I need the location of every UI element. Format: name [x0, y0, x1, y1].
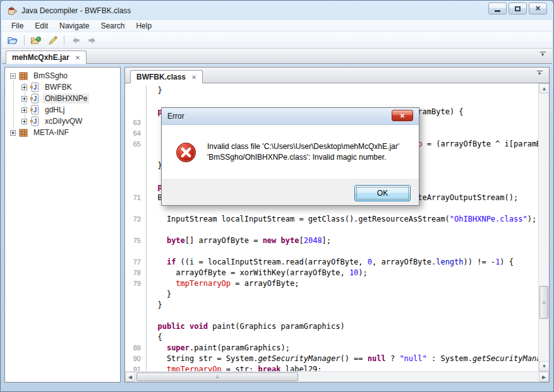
line-number — [125, 311, 147, 321]
jar-tab-label: mehMcQxhE.jar — [12, 53, 69, 62]
scroll-left-icon[interactable]: ◀ — [125, 372, 135, 382]
class-icon: J — [30, 116, 40, 126]
vertical-scrollbar[interactable]: ▲ ≡ ▼ — [538, 83, 549, 371]
code-line — [125, 225, 538, 235]
forward-arrow-icon — [87, 35, 97, 45]
tree-item-BWFBK[interactable]: JBWFBK — [6, 81, 119, 93]
toolbar-separator — [24, 35, 25, 45]
tab-class[interactable]: BWFBK.class ✕ — [130, 70, 203, 83]
line-number: 90 — [125, 353, 147, 364]
dialog-footer: OK — [162, 179, 419, 206]
jar-tab-bar: mehMcQxhE.jar ✕ ▼ — [2, 49, 552, 64]
maximize-button[interactable] — [509, 3, 527, 15]
tree-item-label: META-INF — [32, 128, 71, 138]
search-pen-icon — [47, 35, 58, 45]
class-tab-close-icon[interactable]: ✕ — [191, 74, 196, 81]
search-button[interactable] — [45, 33, 60, 47]
menu-navigate[interactable]: Navigate — [54, 20, 95, 32]
tree-item-label: BmSSgho — [32, 71, 69, 81]
hscroll-track[interactable]: ≡ — [135, 372, 539, 382]
menu-file[interactable]: File — [6, 20, 29, 32]
open-all-outlines-button[interactable] — [28, 33, 44, 47]
menu-search[interactable]: Search — [95, 20, 130, 32]
hscroll-thumb[interactable]: ≡ — [136, 372, 298, 381]
line-number: 65 — [125, 139, 147, 150]
vscroll-thumb[interactable]: ≡ — [539, 286, 548, 319]
code-line: 90 String str = System.getSecurityManage… — [125, 353, 538, 364]
window-controls: ✕ — [488, 3, 547, 15]
menu-help[interactable]: Help — [130, 20, 157, 32]
scroll-down-icon[interactable]: ▼ — [539, 361, 549, 371]
tree-item-xcDiIyvQW[interactable]: JxcDiIyvQW — [6, 116, 119, 127]
tree-item-BmSSgho[interactable]: BmSSgho — [6, 70, 119, 81]
code-text — [147, 311, 538, 321]
back-button[interactable] — [68, 33, 83, 47]
close-button[interactable]: ✕ — [529, 3, 547, 15]
open-file-button[interactable] — [5, 33, 20, 47]
svg-text:J: J — [33, 84, 37, 91]
tree-item-META-INF[interactable]: META-INF — [6, 127, 119, 138]
svg-text:J: J — [33, 118, 37, 125]
vscroll-track[interactable]: ≡ — [539, 93, 549, 361]
line-number — [125, 225, 147, 235]
tree-item-label: BWFBK — [43, 82, 74, 92]
code-text: InputStream localInputStream = getClass(… — [147, 214, 538, 225]
close-icon: ✕ — [400, 112, 405, 119]
error-circle-x-icon — [176, 142, 196, 163]
line-number: 77 — [125, 257, 147, 268]
code-line: public void paint(Graphics paramGraphics… — [125, 321, 538, 332]
scroll-up-icon[interactable]: ▲ — [539, 83, 549, 93]
expand-icon[interactable] — [10, 130, 16, 136]
horizontal-scrollbar[interactable]: ◀ ≡ ▶ — [125, 371, 549, 382]
line-number: 73 — [125, 214, 147, 225]
tree-item-OhIBHXNPe[interactable]: JOhIBHXNPe — [6, 93, 119, 104]
expand-icon[interactable] — [21, 96, 27, 102]
tree-item-label: gdHLj — [43, 105, 66, 115]
expand-icon[interactable] — [21, 119, 27, 124]
code-text: super.paint(paramGraphics); — [147, 343, 538, 353]
forward-button[interactable] — [85, 33, 100, 47]
code-text: arrayOfByte = xorWithKey(arrayOfByte, 10… — [147, 268, 538, 278]
code-line: } — [125, 289, 538, 300]
open-folder-icon — [7, 35, 18, 45]
package-tree-panel[interactable]: BmSSghoJBWFBKJOhIBHXNPeJgdHLjJxcDiIyvQWM… — [4, 67, 121, 383]
line-number: 78 — [125, 268, 147, 278]
class-tab-label: BWFBK.class — [136, 73, 186, 81]
app-icon — [7, 6, 17, 16]
dialog-title-bar[interactable]: Error ✕ — [162, 108, 419, 125]
code-line — [125, 246, 538, 257]
dialog-title: Error — [167, 112, 392, 121]
minimize-button[interactable] — [488, 3, 507, 15]
code-line — [125, 96, 538, 107]
line-number — [125, 85, 147, 96]
dialog-close-button[interactable]: ✕ — [392, 110, 413, 121]
line-number — [125, 150, 147, 160]
tab-overflow-button[interactable]: ▼ — [539, 52, 546, 57]
menu-edit[interactable]: Edit — [29, 20, 54, 32]
jar-tab-close-icon[interactable]: ✕ — [75, 54, 80, 61]
code-line: 78 arrayOfByte = xorWithKey(arrayOfByte,… — [125, 268, 538, 278]
line-number: 88 — [125, 343, 147, 353]
ok-button[interactable]: OK — [354, 185, 411, 201]
tree-item-label: OhIBHXNPe — [43, 93, 89, 104]
chevron-down-icon: ▼ — [541, 53, 545, 57]
tree-item-gdHLj[interactable]: JgdHLj — [6, 104, 119, 116]
line-number — [125, 300, 147, 311]
code-text: { — [147, 332, 538, 343]
tab-overflow-button[interactable]: ▼ — [536, 71, 543, 76]
class-icon: J — [30, 82, 40, 92]
class-tab-bar: BWFBK.class ✕ ▼ — [125, 68, 549, 83]
collapse-icon[interactable] — [10, 73, 16, 79]
line-number: 71 — [125, 193, 147, 203]
expand-icon[interactable] — [21, 107, 27, 113]
line-number — [125, 107, 147, 117]
line-number: 63 — [125, 117, 147, 128]
expand-icon[interactable] — [21, 85, 27, 90]
code-line: } — [125, 85, 538, 96]
code-text: tmpTernaryOp = arrayOfByte; — [147, 278, 538, 289]
open-archive-icon — [30, 35, 42, 45]
title-bar: Java Decompiler - BWFBK.class ✕ — [1, 1, 553, 20]
tab-jar[interactable]: mehMcQxhE.jar ✕ — [6, 50, 87, 64]
scroll-right-icon[interactable]: ▶ — [539, 372, 549, 382]
code-text — [147, 96, 538, 107]
